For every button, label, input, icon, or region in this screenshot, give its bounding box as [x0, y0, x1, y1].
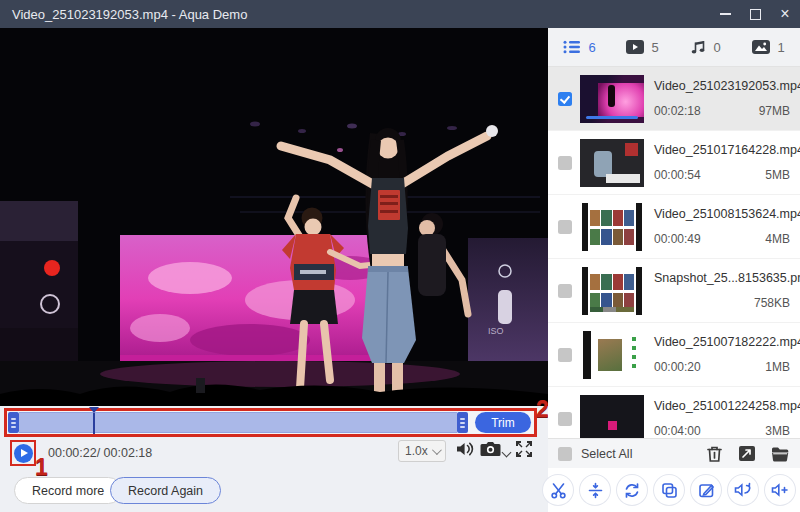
tab-count: 0 [713, 40, 720, 55]
file-duration: 00:02:18 [654, 104, 701, 118]
svg-text:ISO: ISO [488, 326, 504, 336]
file-thumbnail [580, 267, 644, 315]
select-all-label: Select All [581, 447, 632, 461]
media-tabs: 6 5 0 1 [548, 28, 800, 67]
speed-value: 1.0x [405, 444, 428, 458]
play-annotation-box [10, 440, 36, 466]
close-button[interactable]: × [770, 0, 800, 28]
minimize-button[interactable] [710, 0, 740, 28]
play-button[interactable] [14, 444, 33, 463]
trim-end-handle[interactable] [457, 412, 468, 433]
file-name: Video_251023192053.mp4 [654, 79, 800, 93]
list-item[interactable]: Video_251007182222.mp4 00:00:20 1MB [548, 323, 800, 387]
maximize-icon [750, 9, 761, 20]
record-again-button[interactable]: Record Again [110, 477, 221, 504]
file-name: Video_251017164228.mp4 [654, 143, 800, 157]
tab-count: 1 [777, 40, 784, 55]
file-duration: 00:00:54 [654, 168, 701, 182]
edit-toolbar [543, 475, 795, 505]
tab-audio[interactable]: 0 [674, 28, 737, 66]
file-duration: 00:00:20 [654, 360, 701, 374]
concert-scene: ISO [0, 28, 548, 406]
export-icon[interactable] [738, 445, 756, 462]
file-checkbox[interactable] [558, 348, 572, 362]
file-list: Video_251023192053.mp4 00:02:18 97MB Vid… [548, 67, 800, 438]
merge-icon[interactable] [580, 475, 610, 505]
convert-refresh-icon[interactable] [617, 475, 647, 505]
audio-extract-icon[interactable] [728, 475, 758, 505]
trim-annotation-box: Trim [4, 408, 537, 437]
trim-start-handle[interactable] [8, 412, 19, 433]
list-item[interactable]: Video_251023192053.mp4 00:02:18 97MB [548, 67, 800, 131]
file-duration: 00:00:49 [654, 232, 701, 246]
list-item[interactable]: Video_251017164228.mp4 00:00:54 5MB [548, 131, 800, 195]
window-title: Video_251023192053.mp4 - Aqua Demo [12, 7, 247, 22]
select-all-checkbox[interactable] [558, 447, 572, 461]
record-more-button[interactable]: Record more [14, 477, 122, 504]
window-controls: × [710, 0, 800, 28]
copy-duplicate-icon[interactable] [654, 475, 684, 505]
file-name: Video_251008153624.mp4 [654, 207, 800, 221]
cut-scissors-icon[interactable] [543, 475, 573, 505]
file-name: Snapshot_25...8153635.png [654, 271, 800, 285]
select-all-bar: Select All [548, 438, 800, 468]
edit-pencil-icon[interactable] [691, 475, 721, 505]
app-window: Video_251023192053.mp4 - Aqua Demo × [0, 0, 800, 512]
file-duration: 00:04:00 [654, 424, 701, 438]
tab-all-recordings[interactable]: 6 [548, 28, 611, 66]
file-size: 758KB [754, 296, 790, 310]
recording-sidebar: 6 5 0 1 Video_251023192053.mp4 00:02:18 [548, 28, 800, 512]
trim-track[interactable] [19, 412, 457, 433]
video-icon [626, 40, 644, 54]
delete-trash-icon[interactable] [706, 445, 723, 463]
file-size: 97MB [759, 104, 790, 118]
annotation-step-2: 2 [536, 398, 549, 421]
file-thumbnail [580, 75, 644, 123]
file-size: 3MB [765, 424, 790, 438]
music-note-icon [690, 40, 706, 55]
tab-videos[interactable]: 5 [611, 28, 674, 66]
fullscreen-icon[interactable] [516, 441, 532, 461]
trim-button[interactable]: Trim [475, 412, 531, 433]
file-actions [706, 445, 790, 463]
file-checkbox[interactable] [558, 220, 572, 234]
file-size: 4MB [765, 232, 790, 246]
minimize-icon [720, 13, 731, 15]
list-item[interactable]: Video_251008153624.mp4 00:00:49 4MB [548, 195, 800, 259]
tab-count: 5 [651, 40, 658, 55]
list-item[interactable]: Video_251001224258.mp4 00:04:00 3MB [548, 387, 800, 438]
open-folder-icon[interactable] [771, 446, 790, 462]
file-checkbox[interactable] [558, 156, 572, 170]
file-thumbnail [580, 395, 644, 438]
maximize-button[interactable] [740, 0, 770, 28]
time-display: 00:00:22/ 00:02:18 [48, 446, 152, 460]
video-preview[interactable]: ISO [0, 28, 548, 406]
playhead-marker[interactable] [93, 413, 95, 434]
volume-icon[interactable] [456, 441, 475, 461]
file-name: Video_251001224258.mp4 [654, 399, 800, 413]
image-icon [752, 40, 770, 54]
file-name: Video_251007182222.mp4 [654, 335, 800, 349]
list-item[interactable]: Snapshot_25...8153635.png 758KB [548, 259, 800, 323]
file-size: 1MB [765, 360, 790, 374]
tab-count: 6 [588, 40, 595, 55]
list-icon [563, 40, 581, 54]
volume-boost-icon[interactable] [765, 475, 795, 505]
file-checkbox[interactable] [558, 412, 572, 426]
title-bar: Video_251023192053.mp4 - Aqua Demo × [0, 0, 800, 28]
chevron-down-icon [432, 445, 442, 455]
file-thumbnail [580, 203, 644, 251]
file-thumbnail [580, 331, 644, 379]
annotation-step-1: 1 [35, 456, 48, 479]
file-checkbox[interactable] [558, 92, 572, 106]
tab-images[interactable]: 1 [737, 28, 800, 66]
speed-select[interactable]: 1.0x [398, 440, 446, 462]
file-thumbnail [580, 139, 644, 187]
trim-timeline[interactable]: Trim [8, 412, 533, 433]
snapshot-options-chevron-icon[interactable] [502, 448, 512, 458]
file-size: 5MB [765, 168, 790, 182]
file-checkbox[interactable] [558, 284, 572, 298]
snapshot-camera-icon[interactable] [480, 441, 501, 461]
